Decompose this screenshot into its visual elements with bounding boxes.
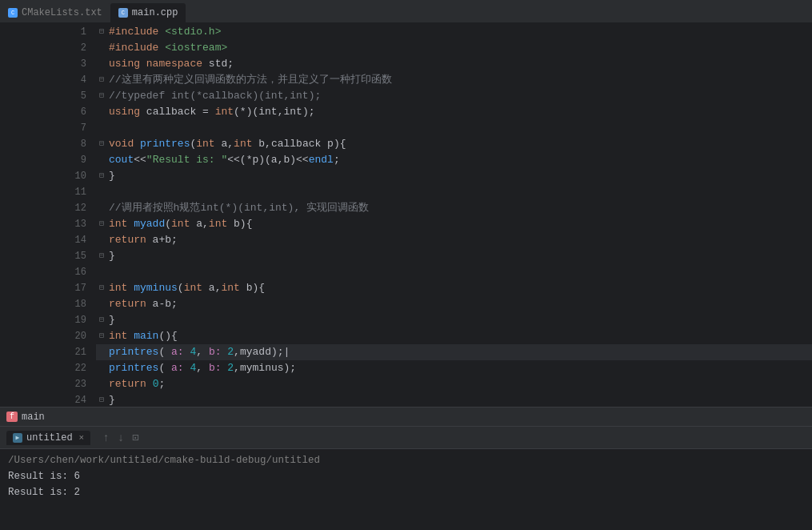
- code-line-11: [96, 184, 812, 200]
- terminal-nav-down[interactable]: ↓: [115, 432, 126, 444]
- code-line-18: return a-b;: [96, 296, 812, 312]
- gutter: [45, 22, 61, 407]
- tab-main-label: main.cpp: [132, 7, 178, 18]
- function-badge: f: [6, 412, 18, 422]
- terminal-nav: ↑ ↓ ⊡: [100, 431, 141, 444]
- code-line-6: using callback = int(*)(int,int);: [96, 104, 812, 120]
- code-line-2: #include <iostream>: [96, 40, 812, 56]
- code-container: 123456789101112131415161718192021222324 …: [0, 22, 812, 407]
- terminal-tab-bar: ▶ untitled × ↑ ↓ ⊡: [0, 427, 812, 449]
- fold-indicator-1[interactable]: ⊟: [96, 24, 107, 40]
- cpp-icon: C: [118, 8, 128, 18]
- terminal-icon: ▶: [13, 433, 22, 443]
- code-line-15: ⊟}: [96, 248, 812, 264]
- function-name: main: [22, 412, 45, 423]
- terminal-tab-label: untitled: [26, 432, 73, 444]
- code-line-22: printres( a: 4, b: 2,myminus);: [96, 360, 812, 376]
- editor-area: 123456789101112131415161718192021222324 …: [0, 22, 812, 426]
- fold-indicator-10[interactable]: ⊟: [96, 168, 107, 184]
- code-line-21: printres( a: 4, b: 2,myadd);|: [96, 344, 812, 360]
- terminal-nav-up[interactable]: ↑: [100, 432, 111, 444]
- fold-indicator-19[interactable]: ⊟: [96, 312, 107, 328]
- tab-cmake-label: CMakeLists.txt: [22, 7, 102, 18]
- code-editor[interactable]: ⊟#include <stdio.h>#include <iostream>us…: [93, 22, 812, 407]
- terminal-close-button[interactable]: ×: [79, 433, 85, 443]
- code-line-19: ⊟}: [96, 312, 812, 328]
- code-line-13: ⊟int myadd(int a,int b){: [96, 216, 812, 232]
- terminal-nav-stop[interactable]: ⊡: [130, 431, 141, 444]
- code-line-7: [96, 120, 812, 136]
- fold-indicator-24[interactable]: ⊟: [96, 392, 107, 407]
- code-line-10: ⊟}: [96, 168, 812, 184]
- code-line-1: ⊟#include <stdio.h>: [96, 24, 812, 40]
- code-line-3: using namespace std;: [96, 56, 812, 72]
- code-line-23: return 0;: [96, 376, 812, 392]
- fold-indicator-8[interactable]: ⊟: [96, 136, 107, 152]
- fold-indicator-15[interactable]: ⊟: [96, 248, 107, 264]
- code-line-4: ⊟//这里有两种定义回调函数的方法，并且定义了一种打印函数: [96, 72, 812, 88]
- terminal-output-2: Result is: 2: [8, 484, 804, 500]
- terminal-area: ▶ untitled × ↑ ↓ ⊡ /Users/chen/work/unti…: [0, 426, 812, 530]
- code-line-12: //调用者按照h规范int(*)(int,int), 实现回调函数: [96, 200, 812, 216]
- tab-cmake[interactable]: C CMakeLists.txt: [0, 3, 110, 22]
- function-bar: f main: [0, 407, 812, 426]
- fold-indicator-5[interactable]: ⊟: [96, 88, 107, 104]
- code-line-16: [96, 264, 812, 280]
- tab-main[interactable]: C main.cpp: [110, 3, 186, 22]
- code-line-8: ⊟void printres(int a,int b,callback p){: [96, 136, 812, 152]
- terminal-output-1: Result is: 6: [8, 468, 804, 484]
- fold-indicator-13[interactable]: ⊟: [96, 216, 107, 232]
- terminal-path-line: /Users/chen/work/untitled/cmake-build-de…: [8, 452, 804, 468]
- terminal-tab-untitled[interactable]: ▶ untitled ×: [6, 431, 90, 445]
- code-line-24: ⊟}: [96, 392, 812, 407]
- code-line-20: ⊟▶int main(){: [96, 328, 812, 344]
- line-numbers: 123456789101112131415161718192021222324: [61, 22, 93, 407]
- tab-bar: C CMakeLists.txt C main.cpp: [0, 0, 812, 22]
- code-line-17: ⊟int myminus(int a,int b){: [96, 280, 812, 296]
- code-line-14: return a+b;: [96, 232, 812, 248]
- fold-indicator-17[interactable]: ⊟: [96, 280, 107, 296]
- code-line-9: cout<<"Result is: "<<(*p)(a,b)<<endl;: [96, 152, 812, 168]
- terminal-path: /Users/chen/work/untitled/cmake-build-de…: [8, 455, 320, 466]
- fold-indicator-20[interactable]: ⊟: [96, 328, 107, 344]
- cmake-icon: C: [8, 8, 18, 18]
- terminal-content: /Users/chen/work/untitled/cmake-build-de…: [0, 449, 812, 530]
- code-line-5: ⊟//typedef int(*callback)(int,int);: [96, 88, 812, 104]
- fold-indicator-4[interactable]: ⊟: [96, 72, 107, 88]
